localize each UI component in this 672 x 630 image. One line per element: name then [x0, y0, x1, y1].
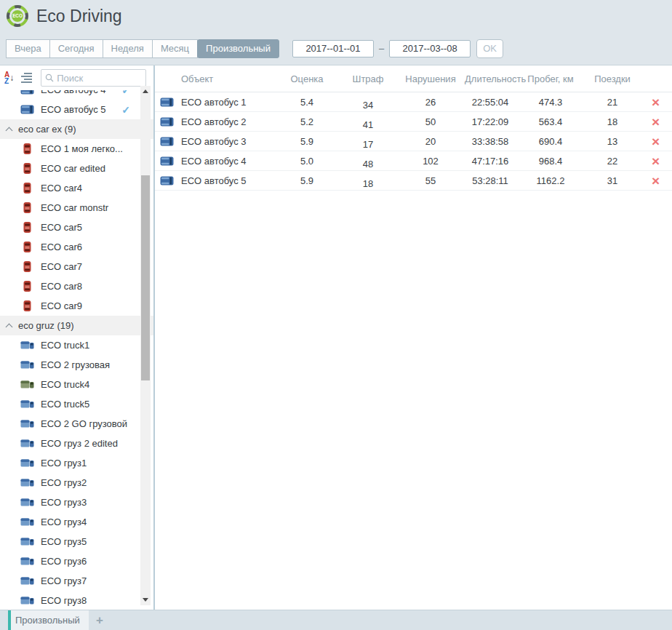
cell-trips: 22	[585, 156, 639, 167]
title-row: ECO Eco Driving	[0, 0, 672, 32]
ok-button[interactable]: OK	[476, 39, 503, 58]
car-icon	[20, 221, 34, 234]
unit-item[interactable]: ECO car4	[0, 178, 153, 198]
unit-item[interactable]: ECO 2 GO грузовой	[0, 414, 153, 434]
scroll-up-icon[interactable]	[143, 89, 148, 93]
report-table-body: ECO автобус 15.4342622:55:04474.321× ECO…	[155, 92, 672, 191]
cell-mileage: 563.4	[516, 116, 585, 127]
period-tab-4[interactable]: Месяц	[152, 39, 198, 58]
unit-item[interactable]: ECO truck1	[0, 335, 153, 355]
unit-item[interactable]: ECO груз7	[0, 571, 153, 591]
cell-duration: 17:22:09	[465, 116, 516, 127]
unit-item[interactable]: ECO груз 2 edited	[0, 434, 153, 453]
search-box	[41, 69, 146, 87]
bus-icon	[155, 97, 178, 107]
unit-group-header[interactable]: eco gruz (19)	[0, 316, 153, 335]
car-icon	[20, 300, 34, 312]
unit-item[interactable]: ECO car6	[0, 237, 153, 257]
unit-label: ECO truck4	[41, 379, 89, 390]
column-duration: Длительность	[465, 73, 516, 84]
unit-item[interactable]: ECO груз5	[0, 532, 153, 551]
period-toolbar: ВчераСегодняНеделяМесяцПроизвольный – OK	[0, 32, 672, 65]
unit-item[interactable]: ECO 2 грузовая	[0, 355, 153, 375]
unit-item[interactable]: ECO 1 моя легко...	[0, 139, 153, 159]
truck-icon	[20, 380, 34, 389]
cell-violations: 102	[396, 156, 465, 167]
delete-row-icon[interactable]: ×	[639, 135, 672, 148]
unit-item[interactable]: ECO груз8	[0, 591, 153, 610]
unit-item[interactable]: ECO truck4	[0, 375, 153, 394]
sort-az-icon[interactable]: AZ ↓	[4, 71, 14, 84]
column-trips: Поездки	[585, 73, 639, 84]
scroll-down-icon[interactable]	[143, 598, 148, 602]
truck-icon	[20, 458, 34, 468]
unit-item[interactable]: ECO car5	[0, 218, 153, 237]
cell-duration: 33:38:58	[465, 136, 516, 147]
bus-icon	[20, 105, 34, 114]
sidebar-toolbar: AZ ↓	[0, 65, 153, 90]
cell-violations: 20	[396, 136, 465, 147]
main-area: AZ ↓ ECO	[0, 65, 672, 610]
sidebar-scrollbar[interactable]	[140, 86, 151, 605]
period-tab-2[interactable]: Сегодня	[49, 39, 103, 58]
car-icon	[20, 260, 34, 273]
delete-row-icon[interactable]: ×	[639, 154, 672, 168]
unit-item[interactable]: ECO груз1	[0, 453, 153, 473]
delete-row-icon[interactable]: ×	[639, 174, 672, 188]
cell-penalty: 41	[340, 119, 396, 130]
table-header: Объект Оценка Штраф Нарушения Длительнос…	[155, 65, 672, 92]
list-view-icon[interactable]	[21, 73, 33, 83]
add-tab-button[interactable]: +	[89, 610, 111, 630]
date-from-input[interactable]	[292, 40, 374, 57]
unit-item[interactable]: ECO автобус 5✓	[0, 100, 153, 119]
unit-label: ECO car6	[41, 242, 82, 252]
eco-driving-logo-icon: ECO	[6, 4, 29, 28]
unit-item[interactable]: ECO car8	[0, 276, 153, 296]
unit-label: ECO car edited	[41, 163, 105, 174]
unit-item[interactable]: ECO car9	[0, 296, 153, 316]
column-mileage: Пробег, км	[516, 73, 585, 84]
delete-row-icon[interactable]: ×	[639, 115, 672, 129]
unit-item[interactable]: ECO car monstr	[0, 198, 153, 218]
unit-label: ECO truck1	[41, 340, 89, 351]
unit-label: ECO truck5	[41, 399, 89, 410]
truck-icon	[20, 517, 34, 527]
svg-text:ECO: ECO	[12, 13, 23, 18]
bus-icon	[155, 156, 178, 166]
unit-item[interactable]: ECO автобус 4✓	[0, 90, 153, 100]
cell-penalty: 18	[340, 178, 396, 189]
unit-label: ECO автобус 5	[41, 104, 106, 115]
topbar: ECO Eco Driving ВчераСегодняНеделяМесяцП…	[0, 0, 672, 65]
period-tab-1[interactable]: Вчера	[6, 39, 50, 58]
period-tab-3[interactable]: Неделя	[103, 39, 153, 58]
unit-item[interactable]: ECO truck5	[0, 394, 153, 414]
unit-item[interactable]: ECO груз6	[0, 551, 153, 571]
period-tab-5[interactable]: Произвольный	[197, 39, 279, 58]
car-icon	[20, 241, 34, 253]
date-to-input[interactable]	[389, 40, 471, 57]
cell-object: ECO автобус 5	[178, 175, 274, 186]
delete-row-icon[interactable]: ×	[639, 95, 672, 109]
cell-object: ECO автобус 4	[178, 156, 274, 167]
cell-object: ECO автобус 3	[178, 136, 274, 147]
cell-duration: 22:55:04	[465, 97, 516, 108]
unit-group-header[interactable]: eco car ex (9)	[0, 119, 153, 139]
unit-label: ECO 1 моя легко...	[41, 143, 123, 154]
unit-label: ECO груз5	[41, 536, 87, 547]
bus-icon	[155, 137, 178, 146]
unit-item[interactable]: ECO car7	[0, 257, 153, 276]
unit-label: ECO car7	[41, 261, 82, 272]
search-input[interactable]	[57, 73, 142, 84]
cell-penalty: 34	[340, 100, 396, 111]
unit-sidebar: AZ ↓ ECO	[0, 65, 153, 610]
truck-icon	[20, 360, 34, 370]
bottom-tab-custom-interval[interactable]: Произвольный	[8, 610, 89, 630]
bus-icon	[155, 117, 178, 127]
unit-item[interactable]: ECO груз4	[0, 512, 153, 532]
unit-item[interactable]: ECO car edited	[0, 159, 153, 178]
unit-item[interactable]: ECO груз3	[0, 493, 153, 512]
scrollbar-thumb[interactable]	[141, 175, 150, 380]
cell-trips: 13	[585, 136, 639, 147]
group-label: eco gruz (19)	[18, 320, 74, 331]
unit-item[interactable]: ECO груз2	[0, 473, 153, 493]
